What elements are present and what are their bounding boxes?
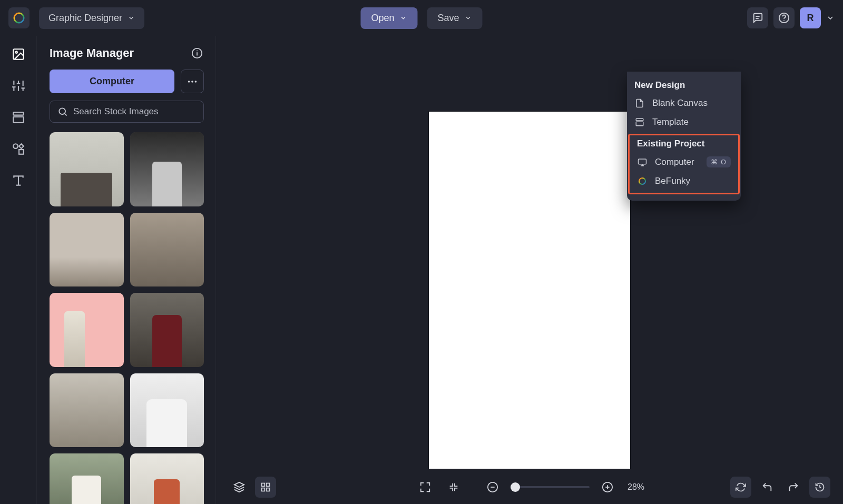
bottom-left-group (229, 477, 276, 498)
avatar-initial: R (807, 13, 814, 24)
svg-rect-19 (19, 150, 24, 154)
menu-item-template[interactable]: Template (627, 113, 741, 132)
dots-icon (187, 76, 198, 87)
app-logo[interactable] (8, 7, 30, 28)
info-icon[interactable] (191, 47, 203, 59)
dropdown-heading-new-design: New Design (627, 76, 741, 94)
chat-icon (752, 12, 763, 24)
canvas[interactable] (429, 112, 630, 469)
stock-thumb-7[interactable] (50, 373, 124, 448)
befunky-logo-icon (637, 176, 648, 186)
rail-item-shapes[interactable] (11, 141, 26, 157)
chevron-down-icon[interactable] (826, 14, 835, 22)
minimize-icon (448, 481, 459, 493)
template-icon (12, 111, 25, 124)
grid-icon (260, 482, 271, 492)
thumbnail-scroll[interactable] (50, 132, 210, 504)
menu-item-label: Computer (655, 157, 694, 167)
history-button[interactable] (809, 477, 830, 498)
monitor-icon (637, 157, 648, 167)
upload-more-button[interactable] (181, 70, 204, 93)
template-icon (634, 117, 645, 127)
zoom-in-button[interactable] (597, 477, 618, 498)
bottom-right-group (730, 477, 830, 498)
bottom-center-group: 28% (415, 477, 644, 498)
image-icon (12, 47, 25, 61)
thumbnail-grid (50, 132, 207, 504)
menu-item-label: BeFunky (655, 176, 690, 186)
refresh-button[interactable] (730, 477, 751, 498)
top-center-buttons: Open Save (360, 7, 482, 29)
refresh-icon (736, 482, 746, 492)
feedback-button[interactable] (747, 7, 768, 28)
svg-marker-36 (234, 482, 244, 487)
stock-thumb-2[interactable] (130, 132, 204, 206)
svg-point-26 (191, 81, 193, 83)
open-button[interactable]: Open (360, 7, 417, 29)
menu-item-open-befunky[interactable]: BeFunky (630, 172, 738, 191)
top-right-cluster: R (747, 7, 835, 28)
existing-project-highlight: Existing Project Computer ⌘ O BeFunky (628, 134, 740, 194)
search-stock-button[interactable]: Search Stock Images (50, 101, 204, 123)
upload-from-computer-button[interactable]: Computer (50, 70, 174, 93)
stock-thumb-4[interactable] (130, 213, 204, 287)
rail-item-text[interactable] (11, 173, 26, 189)
stock-thumb-5[interactable] (50, 293, 124, 367)
user-avatar[interactable]: R (800, 7, 821, 28)
zoom-slider[interactable] (511, 486, 590, 488)
top-bar: Graphic Designer Open Save R (0, 0, 843, 36)
app-switcher[interactable]: Graphic Designer (39, 7, 144, 29)
maximize-icon (419, 481, 431, 493)
bottom-bar: 28% (216, 470, 843, 504)
panel-header: Image Manager (50, 46, 210, 60)
save-button-label: Save (438, 13, 459, 24)
save-button[interactable]: Save (427, 7, 483, 29)
menu-item-open-computer[interactable]: Computer ⌘ O (630, 152, 738, 172)
menu-item-label: Template (652, 117, 689, 127)
chevron-down-icon (465, 14, 472, 22)
svg-rect-38 (267, 483, 270, 487)
dropdown-heading-existing-project: Existing Project (630, 136, 738, 152)
app-switcher-label: Graphic Designer (48, 13, 122, 24)
zoom-slider-knob[interactable] (511, 482, 520, 492)
rail-item-images[interactable] (11, 46, 26, 62)
stock-thumb-1[interactable] (50, 132, 124, 206)
svg-point-18 (13, 144, 18, 149)
layers-button[interactable] (229, 477, 250, 498)
undo-button[interactable] (757, 477, 778, 498)
svg-rect-17 (13, 117, 24, 123)
rail-item-adjust[interactable] (11, 78, 26, 94)
svg-point-35 (639, 178, 645, 184)
stock-thumb-8[interactable] (130, 373, 204, 448)
text-icon (12, 174, 25, 187)
svg-rect-30 (636, 118, 643, 121)
stock-thumb-3[interactable] (50, 213, 124, 287)
help-button[interactable] (773, 7, 795, 28)
chevron-down-icon (128, 14, 135, 22)
file-icon (634, 98, 645, 108)
search-icon (57, 106, 68, 117)
zoom-percent-label: 28% (628, 482, 644, 492)
svg-point-4 (783, 20, 785, 21)
zoom-out-button[interactable] (482, 477, 503, 498)
canvas-area[interactable]: New Design Blank Canvas Template Existin… (216, 36, 843, 504)
tool-rail (0, 36, 37, 504)
chevron-down-icon (400, 14, 407, 22)
pages-grid-button[interactable] (255, 477, 276, 498)
redo-button[interactable] (783, 477, 804, 498)
fit-screen-button[interactable] (443, 477, 464, 498)
redo-icon (788, 481, 799, 493)
svg-point-6 (15, 52, 17, 53)
svg-point-24 (197, 51, 198, 52)
stock-thumb-6[interactable] (130, 293, 204, 367)
rail-item-templates[interactable] (11, 110, 26, 125)
upload-from-computer-label: Computer (90, 76, 134, 86)
svg-point-28 (59, 108, 65, 114)
svg-rect-32 (639, 159, 646, 164)
stock-thumb-9[interactable] (50, 453, 124, 504)
svg-point-0 (14, 13, 24, 23)
fullscreen-button[interactable] (415, 477, 436, 498)
menu-item-blank-canvas[interactable]: Blank Canvas (627, 94, 741, 113)
stock-thumb-10[interactable] (130, 453, 204, 504)
open-dropdown: New Design Blank Canvas Template Existin… (627, 72, 741, 201)
